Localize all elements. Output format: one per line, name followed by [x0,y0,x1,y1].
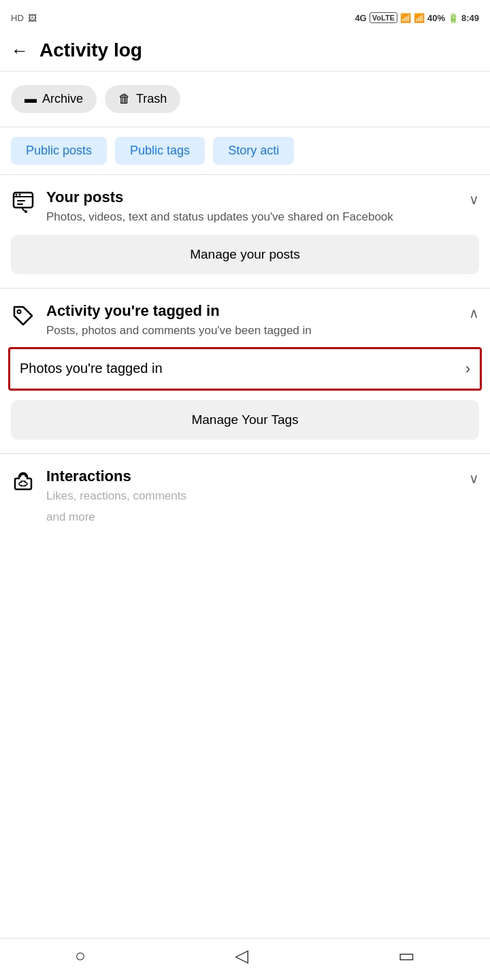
filter-tabs: Public posts Public tags Story acti [0,127,490,175]
status-bar: HD 🖼 4G VoLTE 📶 📶 40% 🔋 8:49 [0,0,490,33]
status-left: HD 🖼 [11,13,37,23]
tagged-photos-chevron: › [466,360,470,378]
network-indicator: 4G [355,13,366,23]
your-posts-title: Your posts [46,189,393,206]
your-posts-left: Your posts Photos, videos, text and stat… [11,189,469,225]
tag-icon [11,304,35,333]
svg-point-3 [24,210,27,213]
status-right: 4G VoLTE 📶 📶 40% 🔋 8:49 [355,12,479,23]
interactions-section: Interactions Likes, reactions, comments … [0,454,490,532]
interactions-title: Interactions [46,468,186,485]
your-posts-text: Your posts Photos, videos, text and stat… [46,189,393,225]
hd-indicator: HD [11,13,24,23]
interactions-desc: Likes, reactions, comments [46,488,186,510]
tagged-photos-label: Photos you're tagged in [20,361,163,376]
tagged-header: Activity you're tagged in Posts, photos … [11,302,479,339]
trash-label: Trash [136,92,167,106]
svg-point-4 [18,310,21,313]
interactions-icon [11,469,35,498]
tab-public-tags[interactable]: Public tags [115,137,205,165]
tagged-desc: Posts, photos and comments you've been t… [46,323,312,339]
interactions-chevron[interactable]: ∨ [469,470,479,487]
archive-label: Archive [42,92,83,106]
tab-public-posts[interactable]: Public posts [11,137,107,165]
your-posts-header: Your posts Photos, videos, text and stat… [11,189,479,225]
volte-indicator: VoLTE [370,12,397,23]
battery-icon: 🔋 [448,13,459,23]
tagged-photos-row[interactable]: Photos you're tagged in › [8,347,482,391]
tagged-section: Activity you're tagged in Posts, photos … [0,289,490,454]
nav-recent-apps-button[interactable]: ▭ [398,945,415,966]
manage-posts-button[interactable]: Manage your posts [11,235,479,274]
your-posts-desc: Photos, videos, text and status updates … [46,209,393,225]
signal-bars: 📶 [400,13,411,23]
archive-button[interactable]: ▬ Archive [11,85,97,113]
interactions-header: Interactions Likes, reactions, comments … [11,468,479,532]
tagged-text: Activity you're tagged in Posts, photos … [46,302,312,339]
action-buttons-bar: ▬ Archive 🗑 Trash [0,71,490,127]
tab-story-activity[interactable]: Story acti [213,137,294,165]
trash-button[interactable]: 🗑 Trash [105,85,180,113]
tagged-title: Activity you're tagged in [46,302,312,320]
nav-back-button[interactable]: ◁ [235,945,248,966]
clock: 8:49 [461,13,479,23]
your-posts-chevron[interactable]: ∨ [469,191,479,208]
tagged-chevron[interactable]: ∧ [469,305,479,321]
signal-bars-2: 📶 [414,13,425,23]
tagged-left: Activity you're tagged in Posts, photos … [11,302,469,339]
interactions-text: Interactions Likes, reactions, comments … [46,468,186,532]
posts-icon [11,190,35,219]
image-indicator: 🖼 [28,13,37,23]
your-posts-section: Your posts Photos, videos, text and stat… [0,175,490,289]
battery-percent: 40% [427,13,445,23]
back-button[interactable]: ← [11,42,29,59]
svg-point-2 [19,194,21,196]
page-title: Activity log [39,39,142,61]
manage-tags-button[interactable]: Manage Your Tags [11,400,479,440]
archive-icon: ▬ [24,92,37,106]
bottom-nav: ○ ◁ ▭ [0,938,490,980]
svg-point-1 [16,194,18,196]
interactions-and-more: and more [46,509,186,531]
header: ← Activity log [0,33,490,71]
nav-home-button[interactable]: ○ [75,945,86,966]
trash-icon: 🗑 [118,92,131,106]
interactions-left: Interactions Likes, reactions, comments … [11,468,469,532]
